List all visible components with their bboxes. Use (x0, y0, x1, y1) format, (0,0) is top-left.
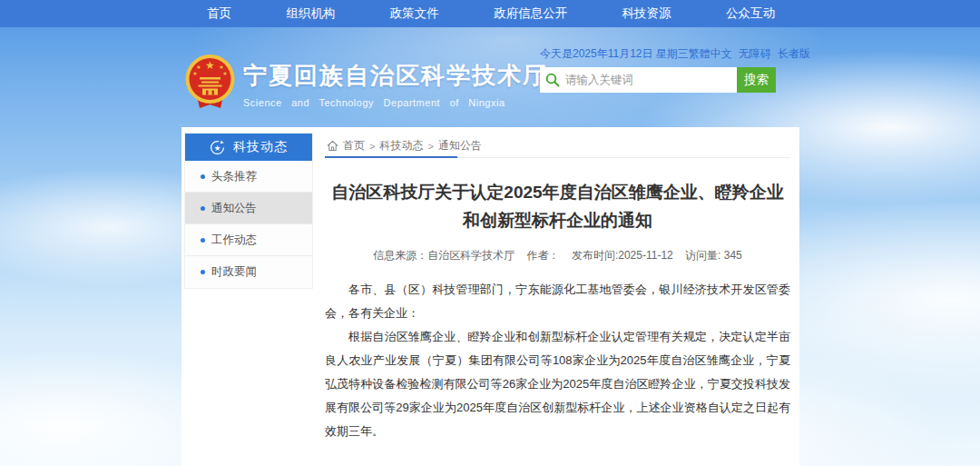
nav-item-gov-info-disclosure[interactable]: 政府信息公开 (494, 0, 567, 27)
home-icon (327, 140, 338, 152)
svg-text:★: ★ (192, 70, 197, 76)
link-accessibility[interactable]: 无障碍 (739, 46, 771, 62)
breadcrumb: 首页 > 科技动态 > 通知公告 (325, 134, 790, 158)
sidebar-sci-tech-news: ★ 科技动态 头条推荐 通知公告 工作动态 时政要闻 (184, 133, 313, 289)
bullet-icon (201, 174, 205, 179)
article-title-line1: 自治区科技厅关于认定2025年度自治区雏鹰企业、瞪羚企业 (325, 178, 790, 206)
national-emblem-logo[interactable]: ★ ★ ★ ★ ★ (184, 54, 236, 111)
article-meta: 信息来源：自治区科学技术厅 作者： 发布时间:2025-11-12 访问量: 3… (325, 248, 790, 263)
sidebar-item-work-updates[interactable]: 工作动态 (185, 224, 312, 256)
sidebar-item-notices[interactable]: 通知公告 (185, 193, 312, 224)
article-title: 自治区科技厅关于认定2025年度自治区雏鹰企业、瞪羚企业 和创新型标杆企业的通知 (325, 178, 790, 234)
nav-item-public-interaction[interactable]: 公众互动 (726, 0, 775, 27)
sidebar-item-label: 头条推荐 (211, 169, 257, 184)
svg-text:★: ★ (214, 143, 221, 152)
sidebar-title: 科技动态 (233, 139, 288, 155)
link-elderly-version[interactable]: 长者版 (778, 46, 810, 62)
circled-star-icon: ★ (210, 140, 225, 155)
page: 首页 组织机构 政策文件 政府信息公开 科技资源 公众互动 ★ ★ ★ ★ ★ … (0, 0, 980, 466)
site-title: 宁夏回族自治区科学技术厅 (243, 60, 548, 92)
breadcrumb-separator: > (427, 141, 433, 152)
breadcrumb-home[interactable]: 首页 (343, 138, 365, 154)
bullet-icon (201, 270, 205, 274)
svg-text:★: ★ (196, 64, 201, 70)
content-wrapper: ★ 科技动态 头条推荐 通知公告 工作动态 时政要闻 (181, 127, 799, 466)
top-navigation-items: 首页 组织机构 政策文件 政府信息公开 科技资源 公众互动 (207, 0, 775, 27)
nav-item-sci-tech-resources[interactable]: 科技资源 (622, 0, 671, 27)
svg-text:★: ★ (205, 59, 215, 72)
svg-text:★: ★ (222, 70, 227, 76)
svg-text:★: ★ (219, 64, 223, 70)
search-bar: 搜索 (540, 67, 776, 93)
nav-item-organization[interactable]: 组织机构 (286, 0, 335, 27)
header-top-row: 今天是2025年11月12日 星期三 繁體中文 无障碍 长者版 (540, 46, 797, 62)
breadcrumb-active-underline (325, 156, 457, 158)
breadcrumb-sci-tech-news[interactable]: 科技动态 (379, 138, 423, 154)
article-paragraph: 各市、县（区）科技管理部门，宁东能源化工基地管委会，银川经济技术开发区管委会，各… (325, 278, 790, 325)
article-body: 各市、县（区）科技管理部门，宁东能源化工基地管委会，银川经济技术开发区管委会，各… (325, 278, 790, 443)
breadcrumb-current-notices: 通知公告 (438, 138, 482, 154)
bullet-icon (201, 238, 205, 243)
quick-links: 繁體中文 无障碍 长者版 (689, 46, 810, 62)
meta-views: 访问量: 345 (685, 249, 742, 262)
national-emblem-icon: ★ ★ ★ ★ ★ (184, 54, 236, 111)
meta-source: 信息来源：自治区科学技术厅 (373, 249, 514, 262)
article-title-line2: 和创新型标杆企业的通知 (325, 206, 790, 234)
top-navigation-bar: 首页 组织机构 政策文件 政府信息公开 科技资源 公众互动 (0, 0, 980, 27)
sidebar-item-label: 通知公告 (211, 201, 257, 216)
article-paragraph: 根据自治区雏鹰企业、瞪羚企业和创新型标杆企业认定管理有关规定，决定认定半亩良人农… (325, 325, 790, 443)
main-content: 首页 > 科技动态 > 通知公告 自治区科技厅关于认定2025年度自治区雏鹰企业… (325, 134, 790, 466)
sidebar-header[interactable]: ★ 科技动态 (185, 134, 312, 161)
search-box (540, 67, 737, 93)
nav-item-policy-documents[interactable]: 政策文件 (390, 0, 439, 27)
sidebar-item-current-politics[interactable]: 时政要闻 (185, 256, 312, 288)
search-input[interactable] (565, 74, 731, 86)
sidebar-item-label: 工作动态 (211, 233, 257, 248)
bullet-icon (201, 206, 205, 211)
breadcrumb-separator: > (369, 141, 375, 152)
sidebar-item-label: 时政要闻 (211, 264, 257, 280)
search-icon (545, 73, 560, 87)
site-title-block: 宁夏回族自治区科学技术厅 Science and Technology Depa… (243, 60, 548, 108)
sidebar-item-headline-recommend[interactable]: 头条推荐 (185, 161, 312, 193)
meta-publish-time: 发布时间:2025-11-12 (572, 249, 673, 262)
search-button[interactable]: 搜索 (737, 67, 776, 93)
nav-item-home[interactable]: 首页 (207, 0, 231, 27)
link-traditional-chinese[interactable]: 繁體中文 (689, 46, 732, 62)
meta-author: 作者： (527, 249, 560, 262)
current-date: 今天是2025年11月12日 星期三 (540, 46, 689, 62)
site-subtitle: Science and Technology Department of Nin… (243, 97, 548, 108)
